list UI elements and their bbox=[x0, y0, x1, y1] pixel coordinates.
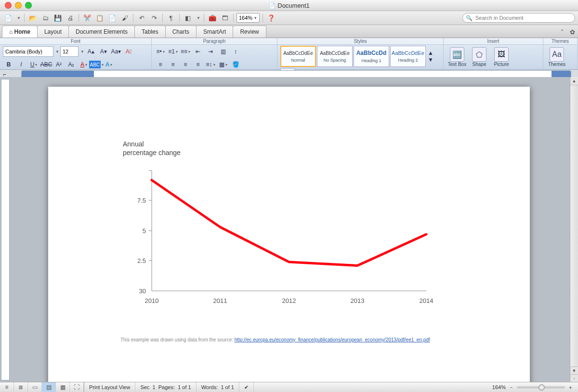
browse-object-button[interactable]: ◦ bbox=[570, 374, 578, 382]
shading-button[interactable]: 🪣 bbox=[230, 59, 241, 70]
style-heading-1[interactable]: AaBbCcDd Heading 1 bbox=[354, 46, 389, 67]
superscript-button[interactable]: A² bbox=[53, 59, 65, 70]
tab-layout[interactable]: Layout bbox=[37, 26, 69, 38]
align-left-button[interactable]: ≡ bbox=[155, 59, 166, 70]
copy-button[interactable]: 📋 bbox=[94, 13, 105, 23]
separator bbox=[79, 13, 79, 22]
redo-button[interactable]: ↷ bbox=[149, 13, 159, 23]
help-button[interactable]: ❓ bbox=[266, 13, 276, 23]
undo-button[interactable]: ↶ bbox=[136, 13, 147, 23]
insert-shape-button[interactable]: ⬠Shape bbox=[469, 47, 490, 67]
numbering-button[interactable]: ≡1▾ bbox=[167, 46, 179, 57]
status-words[interactable]: Words: 1 of 1 bbox=[197, 382, 239, 392]
text-effects-button[interactable]: A▾ bbox=[103, 59, 115, 70]
borders-button[interactable]: ▦▾ bbox=[217, 59, 229, 70]
show-formatting-button[interactable]: ¶ bbox=[166, 13, 176, 23]
strikethrough-button[interactable]: ABC bbox=[40, 59, 52, 70]
font-size-value: 12 bbox=[63, 49, 68, 54]
tab-selector[interactable]: ⌐ bbox=[0, 71, 10, 77]
highlight-button[interactable]: ABC▾ bbox=[91, 59, 102, 70]
change-case-button[interactable]: Aa▾ bbox=[110, 46, 122, 57]
text-direction-button[interactable]: ↕ bbox=[230, 46, 241, 57]
window-controls bbox=[0, 2, 32, 9]
font-name-combo[interactable]: Cambria (Body) bbox=[3, 46, 53, 57]
font-name-dropdown-icon[interactable]: ▼ bbox=[55, 50, 59, 54]
search-box[interactable]: 🔍 bbox=[462, 13, 575, 23]
view-print-layout-button[interactable]: ▤ bbox=[42, 382, 56, 392]
tab-smartart[interactable]: SmartArt bbox=[196, 26, 233, 38]
zoom-slider-knob[interactable] bbox=[539, 384, 545, 391]
new-from-template-button[interactable]: 🗂 bbox=[40, 13, 51, 23]
font-size-combo[interactable]: 12 bbox=[60, 46, 79, 57]
line-spacing-button[interactable]: ≡↕▾ bbox=[205, 59, 216, 70]
align-right-button[interactable]: ≡ bbox=[180, 59, 191, 70]
minimize-window-button[interactable] bbox=[15, 2, 22, 9]
scroll-up-button[interactable]: ▲ bbox=[570, 77, 578, 85]
vertical-ruler[interactable] bbox=[1, 79, 10, 380]
save-button[interactable]: 💾 bbox=[53, 13, 63, 23]
columns-button[interactable]: ▥ bbox=[217, 46, 229, 57]
view-notebook-button[interactable]: ▦ bbox=[56, 382, 70, 392]
multilevel-list-button[interactable]: ≡≡▾ bbox=[180, 46, 191, 57]
view-fullscreen-button[interactable]: ⛶ bbox=[70, 382, 84, 392]
justify-button[interactable]: ≡ bbox=[192, 59, 204, 70]
zoom-slider[interactable] bbox=[517, 386, 565, 389]
insert-textbox-button[interactable]: 🔤Text Box bbox=[447, 47, 468, 67]
view-draft-button[interactable]: ≡ bbox=[0, 382, 14, 392]
italic-button[interactable]: I bbox=[15, 59, 27, 70]
view-publishing-button[interactable]: ▭ bbox=[28, 382, 42, 392]
increase-indent-button[interactable]: ⇥ bbox=[205, 46, 216, 57]
style-normal[interactable]: AaBbCcDdEe Normal bbox=[280, 46, 316, 67]
decrease-indent-button[interactable]: ⇤ bbox=[192, 46, 204, 57]
status-spellcheck[interactable]: ✔ bbox=[239, 382, 254, 392]
tab-review[interactable]: Review bbox=[233, 26, 266, 38]
themes-button[interactable]: AaThemes bbox=[546, 47, 567, 67]
align-center-button[interactable]: ≡ bbox=[167, 59, 179, 70]
clear-formatting-button[interactable]: A⃠ bbox=[123, 46, 134, 57]
new-doc-dropdown[interactable]: ▼ bbox=[15, 13, 21, 23]
document-page[interactable]: Annual percentage change 7.5 5 2.5 30 20… bbox=[48, 87, 530, 382]
paste-button[interactable]: 📄 bbox=[107, 13, 118, 23]
ribbon-group-insert: Insert 🔤Text Box ⬠Shape 🖼Picture bbox=[444, 38, 543, 69]
tab-document-elements[interactable]: Document Elements bbox=[68, 26, 135, 38]
grow-font-button[interactable]: A▴ bbox=[85, 46, 97, 57]
toolbox-button[interactable]: 🧰 bbox=[207, 13, 218, 23]
tab-home[interactable]: Home bbox=[2, 26, 38, 38]
zoom-window-button[interactable] bbox=[25, 2, 32, 9]
shrink-font-button[interactable]: A▾ bbox=[98, 46, 109, 57]
zoom-combo[interactable]: 164%▼ bbox=[236, 13, 260, 23]
tab-charts[interactable]: Charts bbox=[165, 26, 197, 38]
print-button[interactable]: 🖨 bbox=[65, 13, 76, 23]
style-no-spacing[interactable]: AaBbCcDdEe No Spacing bbox=[317, 46, 353, 67]
insert-picture-button[interactable]: 🖼Picture bbox=[491, 47, 512, 67]
font-color-button[interactable]: A▾ bbox=[78, 59, 90, 70]
format-painter-button[interactable]: 🖌 bbox=[119, 13, 130, 23]
cut-button[interactable]: ✂️ bbox=[82, 13, 92, 23]
close-window-button[interactable] bbox=[5, 2, 12, 9]
bold-button[interactable]: B bbox=[3, 59, 14, 70]
tab-tables[interactable]: Tables bbox=[134, 26, 166, 38]
subscript-button[interactable]: A₂ bbox=[66, 59, 77, 70]
new-doc-button[interactable]: 📄 bbox=[3, 13, 13, 23]
zoom-in-button[interactable]: ＋ bbox=[568, 384, 573, 391]
bullets-button[interactable]: ≡•▾ bbox=[155, 46, 166, 57]
source-link[interactable]: http://ec.europa.eu/economy_finance/publ… bbox=[235, 337, 430, 342]
separator bbox=[24, 13, 25, 22]
ribbon-options-button[interactable]: ✿ bbox=[567, 26, 578, 38]
style-heading-2[interactable]: AaBbCcDdEe Heading 2 bbox=[390, 46, 426, 67]
view-outline-button[interactable]: ≣ bbox=[14, 382, 28, 392]
open-button[interactable]: 📂 bbox=[27, 13, 38, 23]
collapse-ribbon-button[interactable]: ˄ bbox=[558, 26, 567, 38]
gallery-button[interactable]: 🗔 bbox=[220, 13, 230, 23]
zoom-out-button[interactable]: － bbox=[509, 384, 514, 391]
underline-button[interactable]: U▾ bbox=[28, 59, 39, 70]
sidebar-dropdown[interactable]: ▼ bbox=[195, 13, 201, 23]
search-input[interactable] bbox=[474, 14, 572, 21]
font-size-dropdown-icon[interactable]: ▼ bbox=[80, 50, 84, 54]
sidebar-button[interactable]: ◧ bbox=[183, 13, 193, 23]
styles-scroll-button[interactable]: ▲▼ bbox=[427, 46, 434, 67]
status-section[interactable]: Sec 1 Pages: 1 of 1 bbox=[135, 382, 196, 392]
style-name: Heading 2 bbox=[398, 58, 418, 63]
scroll-down-button[interactable]: ▼ bbox=[570, 366, 578, 375]
vertical-scrollbar[interactable]: ▲ ▼ ◦ bbox=[570, 77, 578, 382]
